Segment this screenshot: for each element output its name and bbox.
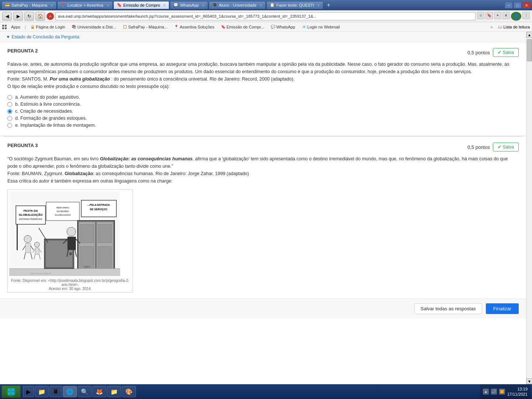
- tray-icon-arrow[interactable]: ▲: [483, 389, 489, 395]
- star-icon[interactable]: ☆: [477, 12, 484, 19]
- tab-whatsapp[interactable]: 💬 WhatsApp ✕: [170, 1, 208, 9]
- new-tab-button[interactable]: +: [324, 1, 333, 9]
- bookmarks-more-button[interactable]: »: [490, 25, 492, 29]
- tab-close-localize[interactable]: ✕: [106, 3, 109, 7]
- question-2-question-text: O tipo de relação entre produção e consu…: [7, 84, 170, 89]
- bookmark-assertiva[interactable]: 📍 Assertiva Soluções: [172, 24, 216, 30]
- question-3-charge-intro: Essa crítica do autor é também expressa …: [7, 178, 173, 184]
- tab-close-aluno[interactable]: ✕: [259, 3, 262, 7]
- svg-rect-26: [25, 243, 31, 253]
- tab-close-fazer[interactable]: ✕: [317, 3, 320, 7]
- tab-localize[interactable]: 📍 Localize > Assertiva ✕: [57, 1, 113, 9]
- taskbar-item-2[interactable]: 📁: [35, 386, 49, 397]
- question-3-block: PERGUNTA 3 0,5 pontos ✔ Salva "O sociólo…: [0, 137, 526, 299]
- question-2-source-post: : do pensamento único à consciência univ…: [111, 76, 294, 82]
- tab-aluno[interactable]: 🎓 Aluno - Universidade ✕: [209, 1, 266, 9]
- system-tray: ▲ 🔊 📶 13:19 17/11/2021: [480, 384, 531, 399]
- taskbar-icon-1: ▶: [26, 388, 31, 395]
- question-2-option-c[interactable]: c. Criação de necessidades.: [7, 109, 519, 114]
- taskbar-item-7[interactable]: 📁: [107, 386, 121, 397]
- taskbar-item-4[interactable]: 🌐: [63, 386, 77, 397]
- start-button[interactable]: [1, 385, 21, 398]
- more-options-icon[interactable]: ⋮: [522, 12, 530, 19]
- close-button[interactable]: ✕: [522, 2, 531, 8]
- bookmark-webmail-label: Login no Webmail: [307, 25, 340, 29]
- tab-label-whatsapp: WhatsApp: [180, 3, 199, 7]
- charge-container: FESTA DA GLOBALIZAÇÃO ENTRADA PERMITIDA …: [7, 189, 133, 293]
- question-2-score: 0,5 pontos: [467, 50, 490, 55]
- taskbar-item-6[interactable]: 🦊: [92, 386, 106, 397]
- home-button[interactable]: 🏠: [35, 12, 45, 21]
- question-2-radio-d[interactable]: [7, 116, 12, 121]
- menu-icon[interactable]: ≡: [502, 12, 510, 19]
- charge-caption-text: Fonte: Disponível em: <http://joselimaal…: [11, 279, 129, 287]
- tray-icon-volume[interactable]: 🔊: [491, 389, 497, 395]
- svg-rect-16: [80, 224, 94, 243]
- minimize-button[interactable]: ─: [505, 2, 513, 8]
- back-button[interactable]: ◀: [2, 12, 12, 21]
- question-2-radio-c[interactable]: [7, 109, 12, 114]
- tab-fazer[interactable]: 📋 Fazer teste: QUESTI ✕: [266, 1, 323, 9]
- question-3-source-pre: Fonte: BAUMAN, Zygmunt.: [7, 171, 63, 176]
- taskbar-icon-2: 📁: [38, 388, 45, 395]
- state-bar-link[interactable]: ▼ Estado de Conclusão da Pergunta:: [6, 34, 80, 40]
- tab-close-emissao[interactable]: ✕: [163, 3, 166, 7]
- question-3-source-post: : as consequências humanas. Rio de Janei…: [93, 171, 249, 176]
- bookmark-pagina[interactable]: 🔒 Página de Login: [28, 24, 68, 30]
- taskbar-item-8[interactable]: 🎨: [122, 386, 136, 397]
- reading-list-button[interactable]: 📖 Lista de leitura: [498, 25, 530, 29]
- svg-text:DE SERVIÇO!!: DE SERVIÇO!!: [90, 208, 108, 211]
- save-all-button[interactable]: Salvar todas as respostas: [414, 303, 482, 314]
- question-2-label-e: e. Implantação de linhas de montagem.: [15, 123, 96, 128]
- scroll-thumb[interactable]: [527, 39, 532, 61]
- bookmark-universidade[interactable]: 📚 Universidade a Dist...: [69, 24, 118, 30]
- taskbar-item-1[interactable]: ▶: [23, 386, 34, 397]
- tab-close-safrapay[interactable]: ✕: [50, 3, 53, 7]
- tray-icon-network[interactable]: 📶: [499, 389, 505, 395]
- taskbar-item-5[interactable]: 🔍: [78, 386, 92, 397]
- reload-button[interactable]: ↻: [24, 12, 34, 21]
- windows-taskbar: ▶ 📁 🖩 🌐 🔍 🦊 📁 🎨 ▲ 🔊 📶 13:19 17/11/2021: [0, 384, 532, 399]
- bookmark-webmail[interactable]: 📧 Login no Webmail: [300, 24, 342, 30]
- question-2-radio-b[interactable]: [7, 102, 12, 107]
- question-2-radio-e[interactable]: [7, 123, 12, 128]
- tab-close-whatsapp[interactable]: ✕: [202, 3, 205, 7]
- question-2-label-c: c. Criação de necessidades.: [15, 109, 73, 114]
- question-2-option-d[interactable]: d. Formação de grandes estoques.: [7, 116, 519, 121]
- question-2-header: PERGUNTA 2 0,5 pontos ✔ Salva: [7, 48, 519, 57]
- address-action-icons: ☆ 🔖 + ≡ 👤 ⋮: [477, 12, 530, 21]
- bookmark-safrapay[interactable]: 📋 SafraPay - Máquina...: [120, 24, 170, 30]
- bookmark-apps[interactable]: Apps: [9, 24, 23, 30]
- bookmark-emissao[interactable]: 🔖 Emissão de Compr...: [219, 24, 266, 30]
- restore-button[interactable]: □: [514, 2, 522, 8]
- question-3-save-button[interactable]: ✔ Salva: [493, 143, 519, 151]
- system-clock[interactable]: 13:19 17/11/2021: [507, 386, 528, 397]
- question-3-score: 0,5 pontos: [467, 144, 490, 150]
- svg-text:...PELA ENTRADA: ...PELA ENTRADA: [88, 204, 110, 206]
- taskbar-item-3[interactable]: 🖩: [50, 386, 62, 397]
- settings-icon[interactable]: +: [494, 12, 501, 19]
- question-2-option-a[interactable]: a. Aumento do poder aquisitivo.: [7, 95, 519, 100]
- question-2-save-button[interactable]: ✔ Salva: [493, 48, 519, 57]
- pdf-icon[interactable]: A: [47, 13, 54, 20]
- tab-emissao[interactable]: 🔖 Emissão de Compro ✕: [113, 1, 170, 9]
- clock-date: 17/11/2021: [507, 392, 528, 397]
- profile-icon[interactable]: 👤: [511, 12, 521, 21]
- finalize-button[interactable]: Finalizar: [486, 303, 519, 314]
- question-2-option-b[interactable]: b. Estímulo à livre concorrência.: [7, 102, 519, 107]
- forward-button[interactable]: ▶: [13, 12, 23, 21]
- question-2-option-e[interactable]: e. Implantação de linhas de montagem.: [7, 123, 519, 128]
- bookmark-whatsapp[interactable]: 💬 WhatsApp: [269, 24, 297, 30]
- question-2-text: Falava-se, antes, de autonomia da produç…: [7, 61, 519, 90]
- question-3-source-bold: Globalização: [65, 171, 93, 176]
- question-2-radio-a[interactable]: [7, 95, 12, 100]
- bookmark-assertiva-label: Assertiva Soluções: [180, 25, 214, 29]
- taskbar-icon-8: 🎨: [125, 388, 133, 395]
- scrollbar[interactable]: ▲ ▼: [526, 32, 532, 384]
- bookmark-icon[interactable]: 🔖: [485, 12, 493, 19]
- scroll-down-button[interactable]: ▼: [526, 378, 532, 384]
- address-input[interactable]: [55, 12, 475, 20]
- scroll-up-button[interactable]: ▲: [526, 32, 532, 38]
- question-3-score-area: 0,5 pontos ✔ Salva: [467, 143, 519, 151]
- tab-safrapay[interactable]: 💳 SafraPay - Máquina ✕: [1, 1, 57, 9]
